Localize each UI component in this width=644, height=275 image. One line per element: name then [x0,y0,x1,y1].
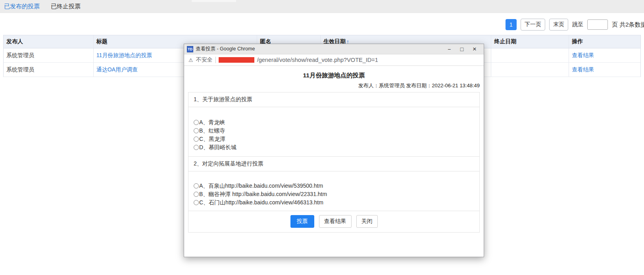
option-label: B、幽谷神潭 http://baike.baidu.com/view/22331… [199,191,327,198]
radio-icon[interactable] [194,137,199,142]
option-label: C、石门山http://baike.baidu.com/view/466313.… [199,199,323,206]
question-1-options: A、青龙峡 B、红螺寺 C、黑龙潭 D、慕田峪长城 [188,107,479,156]
option-row[interactable]: B、幽谷神潭 http://baike.baidu.com/view/22331… [194,190,474,198]
option-row[interactable]: D、慕田峪长城 [194,143,474,152]
view-results-link[interactable]: 查看结果 [572,66,594,73]
cell-publisher: 系统管理员 [4,63,94,77]
page-number-button[interactable]: 1 [506,19,517,30]
address-bar[interactable]: ⚠ 不安全 /general/vote/show/read_vote.php?V… [184,54,484,66]
tab-terminated-votes[interactable]: 已终止投票 [51,3,81,10]
vote-button-row: 投票 查看结果 关闭 [188,211,479,232]
top-light-strip [192,0,236,2]
not-secure-label[interactable]: 不安全 [196,56,213,63]
vote-page-title: 11月份旅游地点的投票 [184,71,484,80]
option-row[interactable]: C、黑龙潭 [194,135,474,143]
question-1-text: 1、关于旅游景点的投票 [188,92,479,107]
cell-publisher: 系统管理员 [4,48,94,62]
not-secure-warning-icon: ⚠ [188,57,193,63]
radio-icon[interactable] [194,192,199,197]
address-bar-divider [215,57,216,63]
maximize-button[interactable]: □ [456,44,468,54]
top-tab-bar: 已发布的投票 已终止投票 [0,0,644,13]
radio-icon[interactable] [194,145,199,150]
vote-button[interactable]: 投票 [290,215,314,228]
question-2-options: A、百泉山http://baike.baidu.com/view/539500.… [188,171,479,211]
header-action: 操作 [569,35,640,48]
jump-to-label: 跳至 [572,21,583,28]
radio-icon[interactable] [194,200,199,205]
cell-action: 查看结果 [569,63,640,77]
redacted-host-block [219,57,254,63]
cell-action: 查看结果 [569,48,640,62]
minimize-button[interactable]: − [443,44,456,54]
next-page-button[interactable]: 下一页 [521,19,545,31]
view-results-button[interactable]: 查看结果 [319,215,352,228]
url-path-text: /general/vote/show/read_vote.php?VOTE_ID… [257,57,378,63]
header-end-date: 终止日期 [491,35,569,48]
vote-title-link[interactable]: 通达OA用户调查 [96,66,138,73]
close-window-button[interactable]: × [468,44,481,54]
cell-end-date [491,48,569,62]
option-label: D、慕田峪长城 [199,144,236,151]
vote-popup-window: TD 查看投票 - Google Chrome − □ × ⚠ 不安全 /gen… [184,44,484,257]
records-count-label: 页 共2条数据 [612,21,644,29]
option-row[interactable]: A、青龙峡 [194,118,474,127]
radio-icon[interactable] [194,183,199,188]
option-row[interactable]: A、百泉山http://baike.baidu.com/view/539500.… [194,182,474,190]
popup-window-title: 查看投票 - Google Chrome [196,46,443,52]
option-label: A、青龙峡 [199,119,225,126]
tab-published-votes[interactable]: 已发布的投票 [4,3,40,10]
option-label: A、百泉山http://baike.baidu.com/view/539500.… [199,183,323,190]
view-results-link[interactable]: 查看结果 [572,52,594,59]
pagination-bar: 1 下一页 末页 跳至 页 共2条数据 [506,19,644,31]
cell-end-date [491,63,569,77]
popup-title-bar[interactable]: TD 查看投票 - Google Chrome − □ × [184,44,484,54]
vote-title-link[interactable]: 11月份旅游地点的投票 [96,52,152,59]
option-row[interactable]: C、石门山http://baike.baidu.com/view/466313.… [194,198,474,207]
header-publisher: 发布人 [4,35,94,48]
option-row[interactable]: B、红螺寺 [194,127,474,135]
question-2-text: 2、对定向拓展基地进行投票 [188,156,479,171]
td-app-icon: TD [187,46,193,52]
vote-form: 1、关于旅游景点的投票 A、青龙峡 B、红螺寺 C、黑龙潭 D、慕田峪长城 2、… [188,92,480,233]
jump-page-input[interactable] [587,19,608,30]
option-label: C、黑龙潭 [199,136,225,143]
close-button[interactable]: 关闭 [356,215,378,228]
last-page-button[interactable]: 末页 [549,19,568,31]
vote-publish-meta: 发布人：系统管理员 发布日期：2022-06-21 13:48:49 [184,82,484,89]
radio-icon[interactable] [194,120,199,125]
radio-icon[interactable] [194,128,199,133]
option-label: B、红螺寺 [199,127,225,135]
